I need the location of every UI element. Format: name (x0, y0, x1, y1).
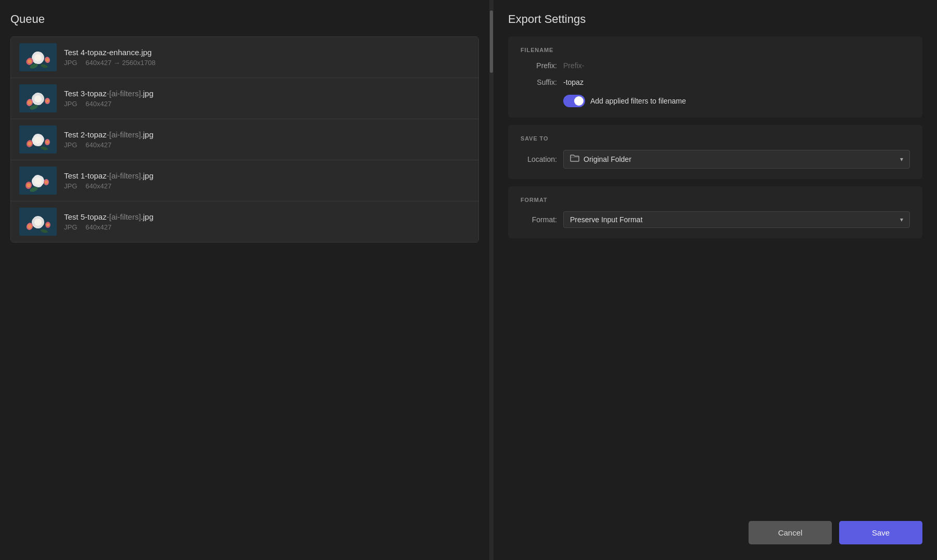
svg-point-25 (46, 99, 49, 103)
svg-point-35 (46, 141, 49, 144)
queue-item[interactable]: Test 5-topaz-[ai-filters].jpg JPG 640x42… (11, 201, 478, 242)
save-to-section-label: SAVE TO (521, 135, 910, 142)
svg-point-11 (28, 59, 32, 63)
queue-item[interactable]: Test 3-topaz-[ai-filters].jpg JPG 640x42… (11, 78, 478, 119)
svg-point-31 (34, 136, 42, 144)
queue-item-name: Test 1-topaz-[ai-filters].jpg (64, 171, 154, 180)
svg-point-21 (34, 95, 42, 103)
queue-item-info: Test 2-topaz-[ai-filters].jpg JPG 640x42… (64, 130, 154, 149)
svg-point-45 (45, 181, 48, 184)
queue-item-name: Test 4-topaz-enhance.jpg (64, 48, 156, 57)
svg-point-56 (46, 223, 49, 226)
thumbnail-item-2 (19, 84, 57, 112)
location-value: Original Folder (584, 155, 631, 163)
thumbnail-item-5 (19, 208, 57, 236)
save-to-section: SAVE TO Location: Original Folder ▾ (508, 125, 922, 179)
suffix-row: Suffix: -topaz (521, 78, 910, 86)
queue-item-info: Test 3-topaz-[ai-filters].jpg JPG 640x42… (64, 89, 154, 108)
thumbnail-item-4 (19, 167, 57, 195)
queue-item-name: Test 5-topaz-[ai-filters].jpg (64, 212, 154, 221)
queue-item-info: Test 1-topaz-[ai-filters].jpg JPG 640x42… (64, 171, 154, 190)
format-row: Format: Preserve Input Format ▾ (521, 211, 910, 228)
export-settings-title: Export Settings (508, 12, 922, 26)
format-value: Preserve Input Format (570, 215, 642, 224)
filename-section: FILENAME Prefix: Suffix: -topaz Add appl… (508, 36, 922, 118)
queue-item-info: Test 4-topaz-enhance.jpg JPG 640x427 → 2… (64, 48, 156, 67)
toggle-label: Add applied filters to filename (590, 97, 686, 105)
svg-point-41 (34, 177, 42, 185)
svg-point-52 (34, 219, 42, 226)
svg-point-54 (28, 224, 32, 228)
queue-item[interactable]: Test 2-topaz-[ai-filters].jpg JPG 640x42… (11, 119, 478, 160)
chevron-down-icon: ▾ (900, 156, 903, 163)
location-row: Location: Original Folder ▾ (521, 150, 910, 169)
location-label: Location: (521, 155, 557, 163)
format-dropdown[interactable]: Preserve Input Format ▾ (563, 211, 910, 228)
add-filters-toggle-container: Add applied filters to filename (563, 95, 686, 107)
toggle-row: Add applied filters to filename (521, 95, 910, 107)
svg-point-33 (28, 142, 32, 146)
add-filters-toggle[interactable] (563, 95, 585, 107)
queue-item[interactable]: Test 4-topaz-enhance.jpg JPG 640x427 → 2… (11, 37, 478, 78)
queue-panel: Queue (0, 0, 489, 560)
prefix-label: Prefix: (521, 61, 557, 70)
location-dropdown[interactable]: Original Folder ▾ (563, 150, 910, 169)
svg-point-43 (27, 183, 31, 187)
queue-item-meta: JPG 640x427 (64, 141, 154, 149)
prefix-row: Prefix: (521, 61, 910, 70)
queue-list: Test 4-topaz-enhance.jpg JPG 640x427 → 2… (10, 36, 479, 243)
thumbnail-item-3 (19, 125, 57, 154)
queue-item-name: Test 3-topaz-[ai-filters].jpg (64, 89, 154, 98)
scrollbar-thumb[interactable] (490, 10, 493, 73)
format-section-label: FORMAT (521, 197, 910, 203)
format-label: Format: (521, 215, 557, 224)
svg-point-8 (34, 54, 42, 61)
scrollbar[interactable] (489, 0, 493, 560)
save-button[interactable]: Save (839, 521, 922, 544)
queue-item-info: Test 5-topaz-[ai-filters].jpg JPG 640x42… (64, 212, 154, 231)
filename-section-label: FILENAME (521, 47, 910, 53)
thumbnail-item-1 (19, 43, 57, 71)
queue-item-meta: JPG 640x427 (64, 182, 154, 190)
svg-point-23 (28, 100, 32, 105)
queue-item[interactable]: Test 1-topaz-[ai-filters].jpg JPG 640x42… (11, 160, 478, 201)
svg-point-13 (46, 58, 49, 61)
export-panel: Export Settings FILENAME Prefix: Suffix:… (493, 0, 937, 560)
button-row: Cancel Save (749, 521, 922, 544)
prefix-input[interactable] (563, 61, 654, 70)
folder-icon (570, 154, 579, 164)
cancel-button[interactable]: Cancel (749, 521, 832, 544)
queue-title: Queue (10, 12, 479, 26)
queue-item-name: Test 2-topaz-[ai-filters].jpg (64, 130, 154, 139)
queue-item-meta: JPG 640x427 → 2560x1708 (64, 59, 156, 67)
chevron-down-icon: ▾ (900, 216, 903, 223)
suffix-label: Suffix: (521, 78, 557, 86)
suffix-value: -topaz (563, 78, 584, 86)
format-section: FORMAT Format: Preserve Input Format ▾ (508, 186, 922, 238)
queue-item-meta: JPG 640x427 (64, 100, 154, 108)
queue-item-meta: JPG 640x427 (64, 223, 154, 231)
